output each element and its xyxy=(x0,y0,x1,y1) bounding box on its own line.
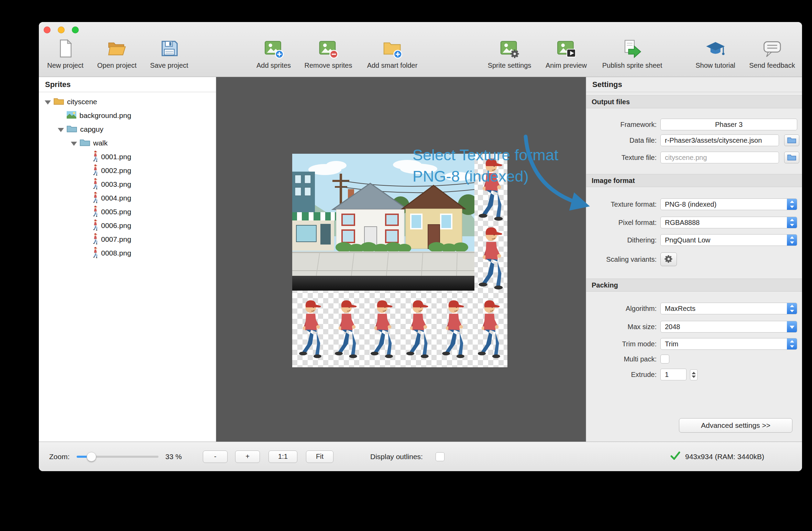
max-size-row: Max size: 2048 xyxy=(586,321,802,333)
add-smart-folder-button[interactable]: Add smart folder xyxy=(367,39,418,69)
dropdown-arrows-icon xyxy=(787,198,797,210)
tree-item-background[interactable]: background.png xyxy=(39,109,216,122)
tree-item-label: capguy xyxy=(80,125,103,133)
pixel-format-dropdown[interactable]: RGBA8888 xyxy=(660,217,797,228)
scaling-variants-label: Scaling variants: xyxy=(586,252,657,266)
capguy-sprite xyxy=(475,294,503,363)
trim-mode-label: Trim mode: xyxy=(586,338,657,350)
anim-preview-icon xyxy=(556,39,576,60)
send-feedback-button[interactable]: Send feedback xyxy=(749,39,795,69)
zoom-window-button[interactable] xyxy=(72,26,79,33)
save-project-icon xyxy=(159,39,179,60)
pixel-format-label: Pixel format: xyxy=(586,217,657,228)
open-project-icon xyxy=(107,39,127,60)
tree-item-sprite[interactable]: 0004.png xyxy=(39,191,216,205)
framework-field[interactable]: Phaser 3 xyxy=(660,119,797,130)
save-project-button[interactable]: Save project xyxy=(150,39,188,69)
extrude-label: Extrude: xyxy=(586,369,657,380)
add-sprites-button[interactable]: Add sprites xyxy=(256,39,291,69)
tree-item-label: walk xyxy=(93,139,108,147)
extrude-stepper[interactable] xyxy=(690,369,698,380)
dithering-dropdown[interactable]: PngQuant Low xyxy=(660,234,797,246)
minimize-window-button[interactable] xyxy=(58,26,65,33)
sprite-thumbnail-icon xyxy=(92,192,98,205)
texture-file-browse-button[interactable] xyxy=(784,152,799,163)
tree-item-walk[interactable]: walk xyxy=(39,136,216,150)
disclosure-triangle-icon[interactable] xyxy=(70,140,77,147)
multi-pack-checkbox[interactable] xyxy=(660,355,669,364)
zoom-fit-button[interactable]: Fit xyxy=(306,451,333,463)
tree-item-capguy[interactable]: capguy xyxy=(39,122,216,136)
data-file-row: Data file: r-Phaser3/assets/cityscene.js… xyxy=(586,134,802,146)
tree-item-sprite[interactable]: 0003.png xyxy=(39,177,216,191)
sprite-settings-icon xyxy=(500,39,519,60)
data-file-input[interactable]: r-Phaser3/assets/cityscene.json xyxy=(660,134,779,146)
remove-sprites-button[interactable]: Remove sprites xyxy=(305,39,352,69)
disclosure-triangle-icon[interactable] xyxy=(57,126,64,133)
folder-icon xyxy=(67,124,77,134)
tree-item-sprite[interactable]: 0001.png xyxy=(39,150,216,164)
algorithm-label: Algorithm: xyxy=(586,303,657,314)
zoom-slider-knob[interactable] xyxy=(87,452,96,462)
texture-format-row: Texture format: PNG-8 (indexed) xyxy=(586,198,802,210)
folder-icon xyxy=(80,138,90,148)
capguy-sprite xyxy=(332,294,360,363)
tree-item-cityscene[interactable]: cityscene xyxy=(39,95,216,109)
tree-item-sprite[interactable]: 0008.png xyxy=(39,246,216,260)
multi-pack-label: Multi pack: xyxy=(586,355,657,364)
zoom-out-button[interactable]: - xyxy=(203,451,228,463)
close-window-button[interactable] xyxy=(44,26,51,33)
publish-sprite-sheet-button[interactable]: Publish sprite sheet xyxy=(602,39,662,69)
tree-item-label: 0008.png xyxy=(101,249,131,257)
framework-row: Framework: Phaser 3 xyxy=(586,119,802,130)
texture-format-label: Texture format: xyxy=(586,198,657,210)
sprite-thumbnail-icon xyxy=(92,205,98,219)
tree-item-sprite[interactable]: 0007.png xyxy=(39,232,216,246)
trim-mode-dropdown[interactable]: Trim xyxy=(660,338,797,350)
dithering-label: Dithering: xyxy=(586,234,657,246)
capguy-sprite xyxy=(476,155,505,223)
folder-icon xyxy=(787,154,796,162)
extrude-input[interactable]: 1 xyxy=(660,369,687,380)
tree-item-label: 0002.png xyxy=(101,166,131,175)
settings-panel-title: Settings xyxy=(586,77,802,92)
tree-item-label: cityscene xyxy=(67,98,97,106)
disclosure-triangle-icon[interactable] xyxy=(44,98,51,105)
display-outlines-checkbox[interactable] xyxy=(436,452,445,461)
sprite-thumbnail-icon xyxy=(92,164,98,177)
tree-item-label: 0007.png xyxy=(101,235,131,243)
remove-sprites-icon xyxy=(318,39,338,60)
zoom-in-button[interactable]: + xyxy=(235,451,260,463)
zoom-one-to-one-button[interactable]: 1:1 xyxy=(268,451,297,463)
show-tutorial-icon xyxy=(705,39,725,60)
new-project-button[interactable]: New project xyxy=(47,39,84,69)
tree-item-sprite[interactable]: 0002.png xyxy=(39,164,216,177)
sprite-thumbnail-icon xyxy=(92,233,98,246)
show-tutorial-button[interactable]: Show tutorial xyxy=(695,39,735,69)
max-size-combobox[interactable]: 2048 xyxy=(660,321,797,333)
texture-file-input[interactable]: cityscene.png xyxy=(660,152,779,163)
texture-format-dropdown[interactable]: PNG-8 (indexed) xyxy=(660,198,797,210)
anim-preview-button[interactable]: Anim preview xyxy=(546,39,587,69)
tree-item-sprite[interactable]: 0005.png xyxy=(39,205,216,219)
add-sprites-icon xyxy=(264,39,284,60)
scaling-variants-button[interactable] xyxy=(660,252,677,266)
sprite-sheet-canvas[interactable] xyxy=(216,77,586,442)
capguy-sprite xyxy=(296,294,324,363)
sprite-settings-button[interactable]: Sprite settings xyxy=(488,39,531,69)
sprite-thumbnail-icon xyxy=(92,150,98,164)
open-project-button[interactable]: Open project xyxy=(97,39,137,69)
algorithm-dropdown[interactable]: MaxRects xyxy=(660,303,797,314)
tree-item-label: 0006.png xyxy=(101,221,131,230)
packing-section-header: Packing xyxy=(586,279,802,292)
sprite-tree: cityscene background.png capguy walk xyxy=(39,92,216,260)
tree-item-sprite[interactable]: 0006.png xyxy=(39,219,216,232)
extrude-row: Extrude: 1 xyxy=(586,369,802,380)
tree-item-label: 0004.png xyxy=(101,194,131,202)
data-file-browse-button[interactable] xyxy=(784,134,799,146)
advanced-settings-button[interactable]: Advanced settings >> xyxy=(679,418,792,433)
status-bar: Zoom: 33 % - + 1:1 Fit Display outlines:… xyxy=(39,442,802,471)
zoom-label: Zoom: xyxy=(49,453,70,461)
background-scene-image xyxy=(292,154,474,291)
pixel-format-row: Pixel format: RGBA8888 xyxy=(586,217,802,228)
